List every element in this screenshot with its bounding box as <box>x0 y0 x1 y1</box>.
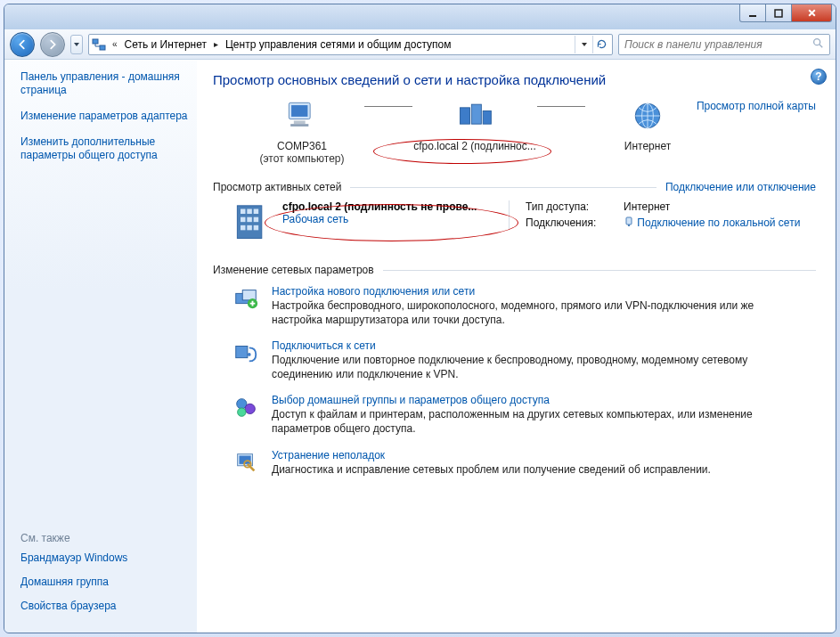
svg-rect-1 <box>775 10 782 17</box>
svg-point-4 <box>814 39 820 45</box>
network-map: COMP361 (этот компьютер) cfpo.local 2 (п… <box>240 96 816 165</box>
internet-icon <box>628 126 667 138</box>
svg-point-33 <box>238 408 246 416</box>
svg-rect-20 <box>254 217 259 223</box>
svg-rect-3 <box>100 45 105 50</box>
view-full-map-link[interactable]: Просмотр полной карты <box>697 100 816 112</box>
active-networks-header: Просмотр активных сетей <box>213 181 341 193</box>
new-connection-icon <box>231 285 261 312</box>
task-desc: Настройка беспроводного, широкополосного… <box>272 299 771 327</box>
nav-forward-button[interactable] <box>40 32 65 57</box>
sidebar-home-link[interactable]: Панель управления - домашняя страница <box>20 70 180 96</box>
svg-point-30 <box>248 353 251 356</box>
svg-rect-27 <box>242 290 256 300</box>
task-desc: Доступ к файлам и принтерам, расположенн… <box>272 408 771 436</box>
task-desc: Подключение или повторное подключение к … <box>272 354 771 381</box>
svg-rect-17 <box>254 209 259 215</box>
maximize-button[interactable] <box>765 4 792 22</box>
task-new-connection[interactable]: Настройка нового подключения или сети <box>272 285 771 298</box>
address-bar[interactable]: « Сеть и Интернет ▸ Центр управления сет… <box>88 34 613 55</box>
main-content: ? Просмотр основных сведений о сети и на… <box>197 60 836 633</box>
svg-rect-16 <box>247 209 252 215</box>
breadcrumb-segment[interactable]: Сеть и Интернет <box>123 38 208 51</box>
svg-rect-25 <box>628 225 630 226</box>
svg-rect-24 <box>626 217 632 225</box>
svg-rect-15 <box>241 209 246 215</box>
connect-disconnect-link[interactable]: Подключение или отключение <box>665 181 816 193</box>
task-troubleshoot[interactable]: Устранение неполадок <box>272 449 711 461</box>
svg-rect-2 <box>93 39 98 44</box>
window-titlebar <box>4 4 836 29</box>
see-also-firewall[interactable]: Брандмауэр Windows <box>20 551 127 564</box>
breadcrumb-back-chevron[interactable]: « <box>110 39 119 49</box>
help-icon[interactable]: ? <box>811 69 827 85</box>
connection-link[interactable]: Подключение по локальной сети <box>637 216 800 229</box>
sidebar-item-sharing-settings[interactable]: Изменить дополнительные параметры общего… <box>20 135 158 161</box>
search-input[interactable] <box>623 37 811 52</box>
svg-rect-11 <box>483 111 491 125</box>
svg-rect-18 <box>241 217 246 223</box>
svg-rect-29 <box>236 347 248 358</box>
see-also-homegroup[interactable]: Домашняя группа <box>20 576 109 588</box>
svg-rect-8 <box>290 124 308 127</box>
task-homegroup[interactable]: Выбор домашней группы и параметров общег… <box>272 394 771 406</box>
access-type-value: Интернет <box>624 200 816 213</box>
node-label: Интернет <box>585 140 710 152</box>
sidebar: Панель управления - домашняя страница Из… <box>4 60 197 633</box>
work-network-icon <box>231 200 270 249</box>
minimize-button[interactable] <box>739 4 766 22</box>
node-label: cfpo.local 2 (подлиннос... <box>412 140 537 152</box>
svg-rect-0 <box>749 15 756 17</box>
change-settings-header: Изменение сетевых параметров <box>213 264 374 276</box>
breadcrumb-separator: ▸ <box>212 39 220 49</box>
svg-rect-21 <box>241 225 246 231</box>
troubleshoot-icon <box>231 449 261 476</box>
connections-label: Подключения: <box>526 216 624 230</box>
computer-icon <box>282 126 322 138</box>
homegroup-icon <box>231 394 261 421</box>
svg-rect-6 <box>291 105 307 117</box>
nav-back-button[interactable] <box>10 32 35 57</box>
node-sublabel: (этот компьютер) <box>240 152 364 165</box>
task-connect-network[interactable]: Подключиться к сети <box>272 339 771 352</box>
network-panel-icon <box>91 37 107 53</box>
svg-rect-19 <box>247 217 252 223</box>
breadcrumb-segment[interactable]: Центр управления сетями и общим доступом <box>224 38 453 51</box>
see-also-browser[interactable]: Свойства браузера <box>20 600 117 612</box>
task-desc: Диагностика и исправление сетевых пробле… <box>272 463 711 478</box>
node-label: COMP361 <box>240 140 364 152</box>
address-dropdown[interactable] <box>575 36 592 53</box>
active-network-name: cfpo.local 2 (подлинность не прове... <box>282 200 496 213</box>
search-box[interactable] <box>618 34 830 55</box>
network-type-link[interactable]: Рабочая сеть <box>282 213 348 225</box>
svg-rect-23 <box>254 225 259 231</box>
lan-icon <box>624 217 637 230</box>
svg-rect-7 <box>294 121 306 125</box>
close-button[interactable] <box>791 4 832 22</box>
see-also-header: См. также <box>20 532 188 544</box>
svg-point-32 <box>245 404 255 414</box>
connect-network-icon <box>231 339 261 366</box>
svg-rect-9 <box>461 108 470 124</box>
search-icon <box>811 37 826 52</box>
access-type-label: Тип доступа: <box>526 200 624 213</box>
sidebar-item-adapter-settings[interactable]: Изменение параметров адаптера <box>20 110 188 122</box>
network-icon <box>455 126 494 138</box>
svg-rect-10 <box>471 104 481 124</box>
refresh-button[interactable] <box>592 36 610 53</box>
svg-rect-22 <box>247 225 252 231</box>
page-heading: Просмотр основных сведений о сети и наст… <box>213 72 816 87</box>
nav-history-dropdown[interactable] <box>70 35 83 54</box>
